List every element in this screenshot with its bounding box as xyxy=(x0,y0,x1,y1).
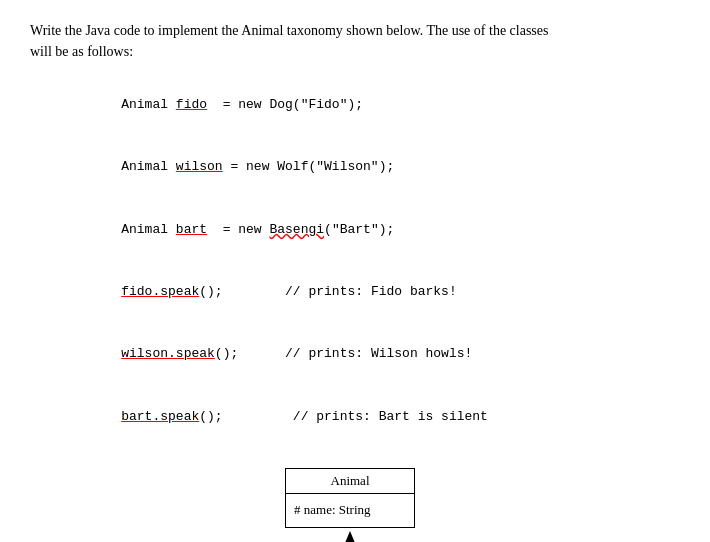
code-line5: wilson.speak(); // prints: Wilson howls! xyxy=(90,324,680,386)
intro-line1: Write the Java code to implement the Ani… xyxy=(30,23,548,38)
code-line3: Animal bart = new Basengi("Bart"); xyxy=(90,199,680,261)
basengi-underline1: Basengi xyxy=(269,222,324,237)
wilson-underline: wilson xyxy=(176,159,223,174)
bart-underline: bart xyxy=(176,222,207,237)
code-line2: Animal wilson = new Wolf("Wilson"); xyxy=(90,136,680,198)
animal-field: # name: String xyxy=(294,500,406,521)
wilson-speak: wilson.speak xyxy=(121,346,215,361)
animal-box: Animal # name: String xyxy=(285,468,415,528)
code-line4: fido.speak(); // prints: Fido barks! xyxy=(90,261,680,323)
bart-speak: bart.speak xyxy=(121,409,199,424)
svg-marker-4 xyxy=(345,531,355,542)
code-line6: bart.speak(); // prints: Bart is silent xyxy=(90,386,680,448)
code-line1: Animal fido = new Dog("Fido"); xyxy=(90,74,680,136)
uml-diagram: Animal # name: String Dog + speak(): Str… xyxy=(35,468,675,542)
code-block: Animal fido = new Dog("Fido"); Animal wi… xyxy=(90,74,680,448)
intro-line2: will be as follows: xyxy=(30,44,133,59)
fido-underline: fido xyxy=(176,97,207,112)
animal-body: # name: String xyxy=(286,494,414,527)
intro-paragraph: Write the Java code to implement the Ani… xyxy=(30,20,680,62)
animal-title: Animal xyxy=(286,469,414,494)
fido-speak: fido.speak xyxy=(121,284,199,299)
